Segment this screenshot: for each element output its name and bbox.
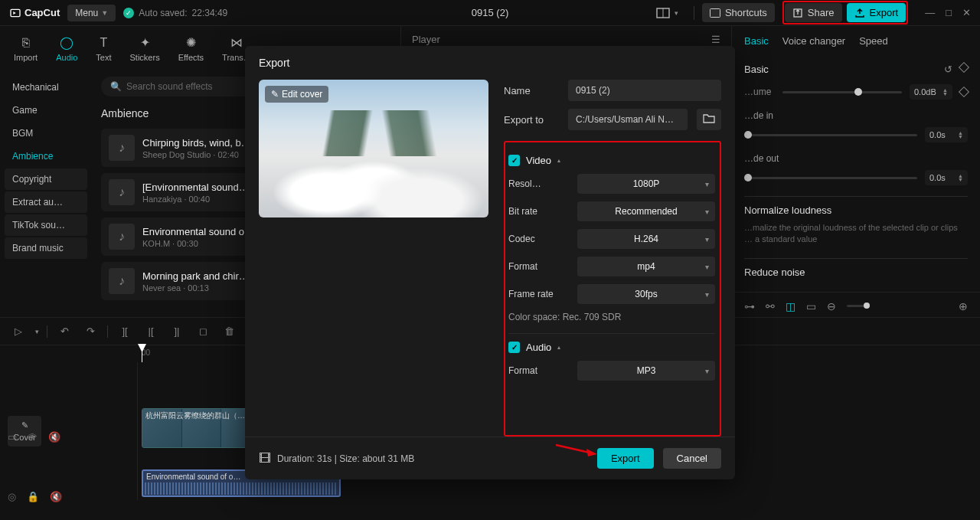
music-note-icon: ♪ [109, 268, 135, 294]
volume-label: …ume [744, 87, 775, 97]
tab-speed[interactable]: Speed [859, 35, 888, 47]
normalize-title: Normalize loudness [744, 204, 968, 216]
fadein-value[interactable]: 0.0s▲▼ [925, 127, 968, 142]
video-checkbox[interactable]: ✓ [508, 155, 520, 166]
pencil-icon: ✎ [21, 420, 28, 430]
chevron-down-icon[interactable]: ▾ [35, 328, 39, 335]
modal-export-button[interactable]: Export [597, 448, 654, 469]
fadein-label: …de in [744, 110, 968, 121]
category-item[interactable]: Brand music [5, 237, 87, 259]
volume-slider[interactable] [782, 91, 902, 93]
normalize-desc: …malize the original loudness of the sel… [744, 222, 968, 246]
share-button[interactable]: Share [785, 3, 842, 22]
collapse-icon[interactable]: ▴ [557, 157, 560, 164]
eye-icon[interactable]: 🔒 [27, 491, 39, 502]
fadeout-slider[interactable] [744, 177, 917, 179]
minimize-icon[interactable]: — [925, 7, 935, 18]
tab-basic[interactable]: Basic [744, 35, 769, 47]
trim-left-tool[interactable]: |[ [142, 322, 160, 341]
export-button[interactable]: Export [847, 3, 906, 22]
browse-folder-button[interactable] [697, 109, 721, 130]
format-select[interactable]: mp4 [577, 257, 715, 276]
export-modal: Export ✎ Edit cover Name 0915 (2) Export… [245, 46, 735, 479]
tab-voice-changer[interactable]: Voice changer [782, 35, 845, 47]
category-item[interactable]: TikTok sou… [5, 214, 87, 236]
window-controls: — □ ✕ [925, 7, 971, 18]
music-note-icon: ♪ [109, 179, 135, 205]
link-icon[interactable]: ⚯ [766, 300, 775, 312]
category-item[interactable]: BGM [5, 123, 87, 144]
tool-audio[interactable]: ◯Audio [48, 32, 85, 65]
mute-icon[interactable]: 🔇 [48, 431, 60, 443]
music-note-icon: ♪ [109, 224, 135, 250]
category-item[interactable]: Extract au… [5, 191, 87, 213]
cover-preview: ✎ Edit cover [259, 80, 488, 217]
align-icon[interactable]: ◫ [786, 300, 795, 312]
fadein-slider[interactable] [744, 134, 917, 136]
tool-stickers[interactable]: ✦Stickers [122, 32, 168, 65]
name-input[interactable]: 0915 (2) [568, 80, 721, 101]
basic-header: Basic [744, 64, 769, 75]
shortcuts-button[interactable]: Shortcuts [702, 3, 775, 22]
name-label: Name [504, 85, 559, 96]
volume-value[interactable]: 0.0dB▲▼ [910, 84, 952, 100]
category-item[interactable]: Game [5, 100, 87, 121]
close-icon[interactable]: ✕ [962, 7, 971, 18]
tool-effects[interactable]: ✺Effects [171, 32, 211, 65]
bitrate-select[interactable]: Recommended [577, 201, 715, 221]
menu-button[interactable]: Menu ▼ [67, 5, 116, 21]
exportto-input[interactable]: C:/Users/Usman Ali N… [568, 109, 688, 130]
delete-tool[interactable]: 🗑 [220, 322, 238, 341]
svg-line-5 [556, 445, 590, 453]
share-export-highlight: Share Export [782, 1, 908, 25]
audio-format-select[interactable]: MP3 [577, 361, 715, 381]
keyframe-icon[interactable] [959, 62, 969, 73]
playhead[interactable] [142, 345, 142, 362]
export-icon [854, 8, 865, 18]
add-icon[interactable]: ⊕ [959, 300, 968, 312]
reset-icon[interactable]: ↺ [944, 64, 952, 75]
tool-text[interactable]: TText [88, 32, 119, 65]
framerate-select[interactable]: 30fps [577, 284, 715, 304]
export-settings-highlight: ✓ Video ▴ Resol… 1080P Bit rate Recommen… [504, 141, 721, 437]
lock-icon[interactable]: ▭ [8, 431, 17, 443]
fadeout-label: …de out [744, 153, 968, 164]
eye-icon[interactable]: 👁 [28, 431, 38, 443]
film-icon: 🎞 [259, 452, 271, 466]
keyboard-icon [710, 8, 720, 18]
preview-icon[interactable]: ▭ [806, 300, 816, 312]
right-tabs: BasicVoice changerSpeed [732, 26, 980, 56]
autosave-status: ✓ Auto saved: 22:34:49 [123, 8, 227, 18]
annotation-arrow [554, 442, 597, 457]
resolution-select[interactable]: 1080P [577, 174, 715, 194]
modal-cancel-button[interactable]: Cancel [663, 448, 721, 469]
keyframe-icon[interactable] [959, 87, 969, 97]
player-label: Player [412, 34, 440, 45]
share-icon [792, 8, 803, 18]
category-item[interactable]: Mechanical [5, 77, 87, 98]
search-icon: 🔍 [110, 81, 122, 92]
edit-cover-button[interactable]: ✎ Edit cover [265, 86, 328, 103]
audio-checkbox[interactable]: ✓ [508, 342, 520, 353]
redo-button[interactable]: ↷ [81, 322, 100, 341]
ratio-button[interactable]: ▾ [648, 4, 686, 22]
undo-button[interactable]: ↶ [55, 322, 74, 341]
magnet-icon[interactable]: ⊶ [744, 300, 755, 312]
category-item[interactable]: Copyright [5, 168, 87, 190]
chevron-down-icon: ▼ [101, 9, 108, 17]
crop-tool[interactable]: ◻ [194, 322, 212, 341]
fadeout-value[interactable]: 0.0s▲▼ [925, 170, 968, 185]
codec-select[interactable]: H.264 [577, 229, 715, 249]
lock-icon[interactable]: ◎ [8, 491, 16, 502]
trim-right-tool[interactable]: ]| [168, 322, 186, 341]
color-space-text: Color space: Rec. 709 SDR [508, 312, 715, 322]
split-tool[interactable]: ][ [116, 322, 134, 341]
hamburger-icon[interactable]: ☰ [711, 34, 720, 45]
maximize-icon[interactable]: □ [946, 7, 952, 18]
zoom-out-icon[interactable]: ⊖ [827, 300, 836, 312]
mute-icon[interactable]: 🔇 [50, 491, 62, 502]
tool-import[interactable]: ⎘Import [6, 32, 45, 65]
category-item[interactable]: Ambience [5, 146, 87, 167]
pointer-tool[interactable]: ▷ [9, 322, 28, 341]
collapse-icon[interactable]: ▴ [557, 344, 560, 351]
